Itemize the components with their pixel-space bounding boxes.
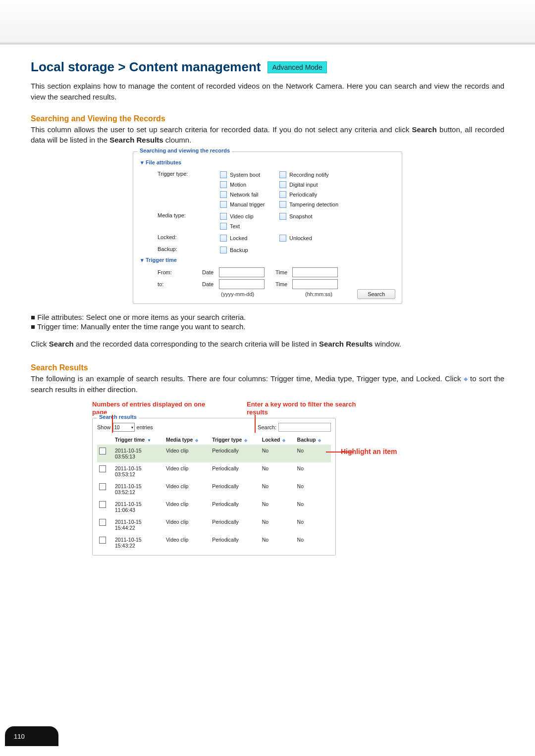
cell-backup: No bbox=[295, 534, 331, 552]
sort-icon: ◆ bbox=[244, 438, 247, 443]
from-date-input[interactable] bbox=[219, 267, 265, 277]
sort-icon: ◆ bbox=[464, 375, 468, 383]
cell-media-type: Video clip bbox=[164, 516, 210, 534]
checkbox-recording-notify[interactable] bbox=[279, 171, 286, 178]
cell-trigger-type: Periodically bbox=[210, 480, 260, 498]
table-row[interactable]: 2011-10-1503:52:12Video clipPeriodically… bbox=[97, 480, 331, 498]
time-format-hint: (hh:mm:ss) bbox=[305, 291, 332, 297]
checkbox-unlocked[interactable] bbox=[279, 235, 286, 242]
row-checkbox[interactable] bbox=[99, 501, 106, 508]
table-row[interactable]: 2011-10-1515:44:22Video clipPeriodically… bbox=[97, 516, 331, 534]
section2-para: The following is an example of search re… bbox=[31, 373, 504, 395]
time-label: Time bbox=[275, 269, 292, 275]
cell-backup: No bbox=[295, 445, 331, 462]
cell-trigger-time: 2011-10-1515:43:22 bbox=[113, 534, 164, 552]
cell-trigger-time: 2011-10-1503:55:13 bbox=[113, 445, 164, 462]
row-checkbox[interactable] bbox=[99, 519, 106, 526]
page-title: Local storage > Content management bbox=[31, 59, 261, 75]
cell-locked: No bbox=[260, 462, 295, 480]
table-row[interactable]: 2011-10-1511:06:43Video clipPeriodically… bbox=[97, 498, 331, 516]
cell-trigger-type: Periodically bbox=[210, 516, 260, 534]
cell-trigger-type: Periodically bbox=[210, 462, 260, 480]
cell-trigger-time: 2011-10-1503:52:12 bbox=[113, 480, 164, 498]
col-media-type[interactable]: Media type ◆ bbox=[164, 435, 210, 445]
cell-backup: No bbox=[295, 498, 331, 516]
annotation-filter-keyword: Enter a key word to filter the search re… bbox=[247, 401, 366, 416]
col-locked[interactable]: Locked ◆ bbox=[260, 435, 295, 445]
col-trigger-type[interactable]: Trigger type ◆ bbox=[210, 435, 260, 445]
row-checkbox[interactable] bbox=[99, 448, 106, 454]
cell-locked: No bbox=[260, 480, 295, 498]
checkbox-periodically[interactable] bbox=[279, 191, 286, 198]
date-label: Date bbox=[202, 269, 219, 275]
cell-locked: No bbox=[260, 498, 295, 516]
col-backup[interactable]: Backup ◆ bbox=[295, 435, 331, 445]
entries-label: entries bbox=[137, 424, 153, 430]
trigger-type-label: Trigger type: bbox=[140, 170, 220, 177]
checkbox-locked[interactable] bbox=[220, 235, 227, 242]
checkbox-digital-input[interactable] bbox=[279, 181, 286, 188]
cell-media-type: Video clip bbox=[164, 445, 210, 462]
checkbox-manual-trigger[interactable] bbox=[220, 201, 227, 208]
table-row[interactable]: 2011-10-1503:53:12Video clipPeriodically… bbox=[97, 462, 331, 480]
trigger-time-header[interactable]: ▾Trigger time bbox=[140, 257, 395, 263]
chevron-down-icon: ▾ bbox=[140, 257, 145, 263]
time-label: Time bbox=[275, 281, 292, 287]
cell-backup: No bbox=[295, 480, 331, 498]
cell-trigger-type: Periodically bbox=[210, 445, 260, 462]
row-checkbox[interactable] bbox=[99, 483, 106, 490]
row-checkbox[interactable] bbox=[99, 465, 106, 472]
table-row[interactable]: 2011-10-1515:43:22Video clipPeriodically… bbox=[97, 534, 331, 552]
file-attributes-header[interactable]: ▾File attributes bbox=[140, 159, 395, 166]
checkbox-motion[interactable] bbox=[220, 181, 227, 188]
page-number: 110 bbox=[14, 733, 25, 740]
cell-trigger-time: 2011-10-1503:53:12 bbox=[113, 462, 164, 480]
search-criteria-panel: Searching and viewing the records ▾File … bbox=[133, 151, 402, 304]
sort-icon: ◆ bbox=[318, 438, 321, 443]
entries-select[interactable]: 10▾ bbox=[113, 423, 135, 432]
row-checkbox[interactable] bbox=[99, 537, 106, 544]
checkbox-tampering-detection[interactable] bbox=[279, 201, 286, 208]
section-heading-searching: Searching and Viewing the Records bbox=[31, 114, 504, 123]
date-format-hint: (yyyy-mm-dd) bbox=[221, 291, 305, 297]
section1-para: This column allows the user to set up se… bbox=[31, 124, 504, 146]
locked-label: Locked: bbox=[140, 233, 220, 240]
page-number-tab: 110 bbox=[5, 726, 58, 746]
checkbox-snapshot[interactable] bbox=[279, 213, 286, 220]
cell-backup: No bbox=[295, 516, 331, 534]
from-label: From: bbox=[158, 269, 202, 275]
results-table: Trigger time ▼ Media type ◆ Trigger type… bbox=[97, 435, 331, 552]
cell-backup: No bbox=[295, 462, 331, 480]
table-row[interactable]: 2011-10-1503:55:13Video clipPeriodically… bbox=[97, 445, 331, 462]
callout-line bbox=[112, 415, 113, 433]
cell-media-type: Video clip bbox=[164, 498, 210, 516]
to-date-input[interactable] bbox=[219, 279, 265, 289]
advanced-mode-badge: Advanced Mode bbox=[268, 61, 326, 73]
date-label: Date bbox=[202, 281, 219, 287]
section-heading-results: Search Results bbox=[31, 363, 504, 372]
to-label: to: bbox=[158, 281, 202, 287]
media-type-label: Media type: bbox=[140, 211, 220, 218]
chevron-down-icon: ▾ bbox=[140, 159, 145, 166]
cell-locked: No bbox=[260, 516, 295, 534]
checkbox-network-fail[interactable] bbox=[220, 191, 227, 198]
intro-text: This section explains how to manage the … bbox=[31, 81, 504, 102]
checkbox-text[interactable] bbox=[220, 223, 227, 230]
cell-media-type: Video clip bbox=[164, 534, 210, 552]
results-search-label: Search: bbox=[258, 424, 276, 430]
search-panel-legend: Searching and viewing the records bbox=[138, 148, 232, 153]
to-time-input[interactable] bbox=[292, 279, 338, 289]
callout-line bbox=[255, 415, 256, 433]
sort-icon: ◆ bbox=[282, 438, 285, 443]
callout-line bbox=[326, 452, 354, 453]
backup-label: Backup: bbox=[140, 245, 220, 252]
checkbox-system-boot[interactable] bbox=[220, 171, 227, 178]
checkbox-backup[interactable] bbox=[220, 247, 227, 253]
results-search-input[interactable] bbox=[278, 423, 331, 432]
show-label: Show bbox=[97, 424, 111, 430]
sort-icon: ◆ bbox=[195, 438, 198, 443]
col-trigger-time[interactable]: Trigger time ▼ bbox=[113, 435, 164, 445]
search-button[interactable]: Search bbox=[357, 289, 395, 299]
checkbox-video-clip[interactable] bbox=[220, 213, 227, 220]
from-time-input[interactable] bbox=[292, 267, 338, 277]
